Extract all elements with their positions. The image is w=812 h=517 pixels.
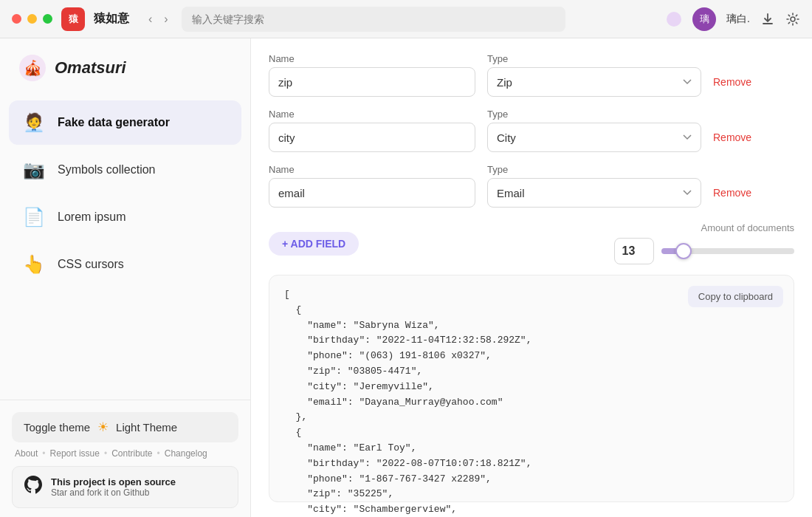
json-output: Copy to clipboard [ { "name": "Sabryna W…	[269, 275, 794, 502]
toggle-theme-label: Toggle theme	[24, 421, 90, 434]
footer-links: About • Report issue • Contribute • Chan…	[12, 442, 238, 462]
svg-point-0	[667, 12, 681, 27]
forward-arrow[interactable]: ›	[159, 10, 172, 29]
sidebar-item-css-cursors[interactable]: 👆 CSS cursors	[9, 242, 241, 287]
sidebar-item-label-lorem: Lorem ipsum	[58, 210, 125, 224]
name-label-0: Name	[269, 53, 475, 64]
download-icon-button[interactable]	[760, 12, 775, 27]
github-box[interactable]: This project is open source Star and for…	[12, 466, 238, 508]
symbols-icon: 📷	[21, 157, 47, 183]
titlebar-right: 🎏 璃 璃白.	[666, 7, 800, 31]
lorem-ipsum-icon: 📄	[21, 204, 47, 230]
flag-icon-button[interactable]: 🎏	[666, 11, 682, 27]
app-logo: 猿	[61, 7, 85, 31]
amount-controls	[614, 238, 794, 264]
back-arrow[interactable]: ‹	[144, 10, 156, 29]
name-label-2: Name	[269, 164, 475, 175]
name-input-0[interactable]	[269, 67, 475, 97]
sidebar-logo-text: Omatsuri	[55, 58, 126, 78]
maximize-button[interactable]	[43, 14, 52, 24]
github-title: This project is open source	[51, 476, 176, 487]
name-input-1[interactable]	[269, 123, 475, 152]
type-label-0: Type	[487, 53, 701, 64]
field-name-group-1: Name	[269, 109, 475, 152]
sidebar: 🎪 Omatsuri 🧑‍💼 Fake data generator 📷 Sym…	[0, 38, 251, 517]
sidebar-item-lorem-ipsum[interactable]: 📄 Lorem ipsum	[9, 195, 241, 239]
search-input[interactable]	[182, 7, 565, 32]
sidebar-nav: 🧑‍💼 Fake data generator 📷 Symbols collec…	[0, 100, 250, 400]
type-select-0[interactable]: Zip City Email Name Birthday Phone	[487, 67, 701, 97]
remove-button-0[interactable]: Remove	[713, 73, 751, 91]
fake-data-icon: 🧑‍💼	[21, 109, 47, 136]
minimize-button[interactable]	[27, 14, 37, 24]
css-cursors-icon: 👆	[21, 251, 47, 278]
traffic-lights	[12, 14, 52, 24]
github-subtitle: Star and fork it on Github	[51, 487, 176, 498]
sidebar-logo-icon: 🎪	[18, 53, 47, 83]
sidebar-logo: 🎪 Omatsuri	[0, 53, 250, 100]
field-type-group-2: Type Zip City Email Name	[487, 164, 701, 208]
add-field-row: + ADD FIELD Amount of documents	[269, 222, 794, 264]
field-type-group-1: Type Zip City Email Name	[487, 109, 701, 152]
json-content: [ { "name": "Sabryna Wiza", "birthday": …	[284, 287, 779, 517]
theme-label: Light Theme	[116, 421, 177, 434]
type-label-1: Type	[487, 109, 701, 120]
app-name: 猿如意	[94, 11, 129, 27]
amount-label: Amount of documents	[701, 222, 794, 233]
type-select-1[interactable]: Zip City Email Name	[487, 123, 701, 152]
svg-text:🎪: 🎪	[24, 59, 42, 77]
footer-link-about[interactable]: About	[15, 448, 38, 459]
field-row-2: Name Type Zip City Email Name Remove	[269, 164, 794, 208]
field-name-group-2: Name	[269, 164, 475, 208]
nav-arrows: ‹ ›	[144, 10, 173, 29]
sidebar-item-label-symbols: Symbols collection	[58, 163, 156, 177]
name-label-1: Name	[269, 109, 475, 120]
amount-input[interactable]	[614, 238, 654, 264]
content-area: Name Type Zip City Email Name Birthday P…	[251, 38, 812, 517]
username: 璃白.	[726, 13, 750, 26]
footer-link-changelog[interactable]: Changelog	[165, 448, 207, 459]
field-row-1: Name Type Zip City Email Name Remove	[269, 109, 794, 152]
sidebar-item-label-cursors: CSS cursors	[58, 258, 124, 271]
sidebar-footer: Toggle theme ☀ Light Theme About • Repor…	[0, 400, 250, 517]
sidebar-item-fake-data[interactable]: 🧑‍💼 Fake data generator	[9, 100, 241, 145]
github-icon	[23, 474, 44, 500]
type-select-2[interactable]: Zip City Email Name	[487, 178, 701, 208]
field-row-0: Name Type Zip City Email Name Birthday P…	[269, 53, 794, 97]
amount-slider[interactable]	[661, 248, 794, 254]
name-input-2[interactable]	[269, 178, 475, 208]
toggle-theme-button[interactable]: Toggle theme ☀ Light Theme	[12, 412, 238, 442]
remove-button-2[interactable]: Remove	[713, 184, 751, 202]
amount-group: Amount of documents	[614, 222, 794, 264]
copy-to-clipboard-button[interactable]: Copy to clipboard	[688, 286, 783, 307]
type-label-2: Type	[487, 164, 701, 175]
github-text: This project is open source Star and for…	[51, 476, 176, 498]
footer-link-contribute[interactable]: Contribute	[111, 448, 152, 459]
field-name-group-0: Name	[269, 53, 475, 97]
add-field-button[interactable]: + ADD FIELD	[269, 232, 359, 256]
svg-point-2	[791, 17, 795, 21]
sidebar-item-symbols[interactable]: 📷 Symbols collection	[9, 148, 241, 192]
remove-button-1[interactable]: Remove	[713, 129, 751, 146]
sun-icon: ☀	[97, 420, 109, 435]
footer-link-report[interactable]: Report issue	[50, 448, 100, 459]
avatar: 璃	[692, 7, 716, 31]
titlebar: 猿 猿如意 ‹ › 🎏 璃 璃白.	[0, 0, 812, 38]
main-layout: 🎪 Omatsuri 🧑‍💼 Fake data generator 📷 Sym…	[0, 38, 812, 517]
settings-icon-button[interactable]	[785, 12, 800, 27]
field-type-group-0: Type Zip City Email Name Birthday Phone	[487, 53, 701, 97]
close-button[interactable]	[12, 14, 21, 24]
sidebar-item-label-fake-data: Fake data generator	[58, 116, 170, 129]
